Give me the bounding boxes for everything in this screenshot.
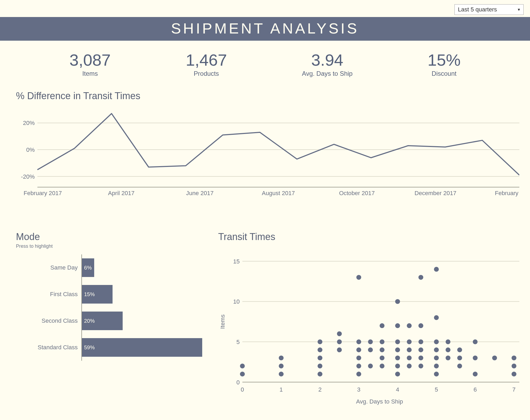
scatter-dot[interactable] bbox=[419, 339, 423, 344]
scatter-dot[interactable] bbox=[356, 339, 361, 344]
kpi-avg-days-label: Avg. Days to Ship bbox=[302, 70, 353, 77]
scatter-dot[interactable] bbox=[434, 315, 439, 320]
scatter-dot[interactable] bbox=[419, 364, 423, 368]
scatter-dot[interactable] bbox=[395, 364, 400, 368]
scatter-xtick: 7 bbox=[512, 386, 516, 393]
scatter-dot[interactable] bbox=[419, 347, 423, 352]
scatter-dot[interactable] bbox=[407, 355, 412, 360]
scatter-dot[interactable] bbox=[473, 372, 478, 376]
scatter-dot[interactable] bbox=[395, 323, 400, 328]
scatter-dot[interactable] bbox=[434, 347, 439, 352]
scatter-xtick: 4 bbox=[396, 386, 399, 393]
scatter-dot[interactable] bbox=[434, 355, 439, 360]
scatter-dot[interactable] bbox=[356, 347, 361, 352]
scatter-dot[interactable] bbox=[492, 355, 497, 360]
scatter-dot[interactable] bbox=[279, 372, 284, 376]
scatter-dot[interactable] bbox=[368, 339, 373, 344]
scatter-dot[interactable] bbox=[434, 364, 439, 368]
svg-text:10: 10 bbox=[233, 298, 240, 305]
svg-text:-20%: -20% bbox=[21, 173, 35, 180]
scatter-dot[interactable] bbox=[395, 372, 400, 376]
scatter-dot[interactable] bbox=[356, 372, 361, 376]
scatter-dot[interactable] bbox=[318, 355, 322, 360]
scatter-dot[interactable] bbox=[240, 364, 245, 368]
scatter-dot[interactable] bbox=[407, 323, 412, 328]
scatter-dot[interactable] bbox=[380, 364, 384, 368]
bar-chart-mode[interactable]: Mode Press to highlight Same Day6%First … bbox=[16, 231, 202, 415]
scatter-dot[interactable] bbox=[279, 355, 284, 360]
scatter-dot[interactable] bbox=[473, 355, 478, 360]
kpi-avg-days-value: 3.94 bbox=[302, 51, 353, 69]
scatter-dot[interactable] bbox=[512, 372, 516, 376]
scatter-dot[interactable] bbox=[407, 364, 412, 368]
scatter-dot[interactable] bbox=[380, 355, 384, 360]
scatter-dot[interactable] bbox=[368, 364, 373, 368]
mode-bar[interactable]: 59% bbox=[82, 338, 202, 357]
mode-subtitle: Press to highlight bbox=[16, 243, 202, 249]
scatter-dot[interactable] bbox=[446, 355, 450, 360]
scatter-dot[interactable] bbox=[380, 323, 384, 328]
scatter-xtick: 5 bbox=[435, 386, 438, 393]
scatter-dot[interactable] bbox=[240, 372, 245, 376]
mode-bar[interactable]: 20% bbox=[82, 312, 123, 330]
line-chart-svg: 20% 0% -20% February 2017April 2017June … bbox=[16, 104, 519, 206]
scatter-dot[interactable] bbox=[473, 339, 478, 344]
line-xtick: June 2017 bbox=[186, 190, 213, 196]
scatter-dot[interactable] bbox=[407, 347, 412, 352]
scatter-dot[interactable] bbox=[419, 355, 423, 360]
kpi-discount: 15% Discount bbox=[428, 51, 461, 77]
svg-text:0: 0 bbox=[237, 379, 240, 386]
line-xtick: April 2017 bbox=[108, 190, 135, 196]
scatter-dot[interactable] bbox=[356, 355, 361, 360]
scatter-dot[interactable] bbox=[318, 339, 322, 344]
scatter-dot[interactable] bbox=[419, 275, 423, 280]
scatter-dot[interactable] bbox=[395, 299, 400, 304]
mode-bar-row[interactable]: Same Day6% bbox=[82, 254, 202, 281]
scatter-dot[interactable] bbox=[318, 372, 322, 376]
mode-bar-row[interactable]: First Class15% bbox=[82, 281, 202, 308]
kpi-discount-value: 15% bbox=[428, 51, 461, 69]
scatter-dot[interactable] bbox=[337, 347, 342, 352]
scatter-dot[interactable] bbox=[337, 339, 342, 344]
scatter-dot[interactable] bbox=[457, 355, 462, 360]
line-xtick: October 2017 bbox=[339, 190, 375, 196]
scatter-dot[interactable] bbox=[368, 347, 373, 352]
scatter-dot[interactable] bbox=[446, 347, 450, 352]
scatter-dot[interactable] bbox=[318, 347, 322, 352]
mode-title: Mode bbox=[16, 231, 202, 242]
scatter-dot[interactable] bbox=[512, 364, 516, 368]
mode-bar[interactable]: 6% bbox=[82, 258, 94, 277]
scatter-dot[interactable] bbox=[380, 347, 384, 352]
scatter-dot[interactable] bbox=[356, 364, 361, 368]
kpi-row: 3,087 Items 1,467 Products 3.94 Avg. Day… bbox=[0, 45, 530, 83]
mode-bar-row[interactable]: Standard Class59% bbox=[82, 334, 202, 361]
scatter-xtick: 3 bbox=[357, 386, 360, 393]
scatter-dot[interactable] bbox=[434, 267, 439, 272]
time-filter-dropdown[interactable]: Last 5 quarters ▼ bbox=[454, 4, 524, 15]
mode-bar[interactable]: 15% bbox=[82, 285, 113, 304]
scatter-dot[interactable] bbox=[434, 372, 439, 376]
scatter-dot[interactable] bbox=[395, 355, 400, 360]
scatter-title: Transit Times bbox=[218, 231, 519, 242]
scatter-dot[interactable] bbox=[419, 323, 423, 328]
scatter-dot[interactable] bbox=[434, 339, 439, 344]
scatter-dot[interactable] bbox=[407, 339, 412, 344]
mode-category-label: Same Day bbox=[16, 264, 80, 271]
mode-bar-value: 59% bbox=[84, 345, 95, 351]
scatter-dot[interactable] bbox=[380, 339, 384, 344]
scatter-dot[interactable] bbox=[395, 347, 400, 352]
scatter-dot[interactable] bbox=[457, 364, 462, 368]
scatter-dot[interactable] bbox=[512, 355, 516, 360]
mode-bar-value: 6% bbox=[84, 265, 92, 271]
scatter-dot[interactable] bbox=[395, 339, 400, 344]
scatter-dot[interactable] bbox=[318, 364, 322, 368]
scatter-chart-svg: 15 10 5 0 Items 01234567 Avg. Days to Sh… bbox=[218, 245, 519, 406]
scatter-dot[interactable] bbox=[457, 347, 462, 352]
mode-bar-row[interactable]: Second Class20% bbox=[82, 308, 202, 334]
scatter-dot[interactable] bbox=[446, 339, 450, 344]
scatter-chart-transit-times[interactable]: Transit Times 15 10 5 0 Items 01234567 A… bbox=[218, 231, 519, 415]
line-chart-transit-diff[interactable]: % Difference in Transit Times 20% 0% -20… bbox=[16, 90, 519, 207]
scatter-dot[interactable] bbox=[356, 275, 361, 280]
scatter-dot[interactable] bbox=[337, 331, 342, 336]
scatter-dot[interactable] bbox=[279, 364, 284, 368]
